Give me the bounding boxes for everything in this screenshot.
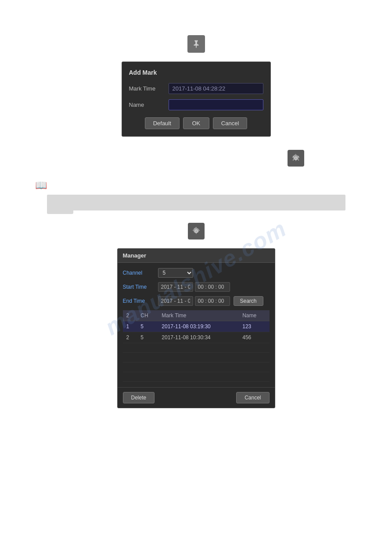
table-row[interactable]: 1 5 2017-11-08 03:19:30 123 (123, 321, 270, 332)
add-mark-dialog-title: Add Mark (129, 69, 263, 76)
channel-label: Channel (123, 270, 158, 276)
info-bar-tab (47, 210, 73, 214)
table-header-index: 2 (123, 310, 137, 321)
table-row[interactable]: 2 5 2017-11-08 10:30:34 456 (123, 332, 270, 343)
table-cell-ch: 5 (137, 332, 158, 343)
gear-icon-1-button[interactable] (288, 150, 304, 167)
name-input[interactable] (169, 99, 263, 110)
marks-table: 2 CH Mark Time Name 1 5 2017-11-08 03:19… (123, 310, 270, 382)
default-button[interactable]: Default (145, 117, 180, 129)
gear-icon-2-button[interactable] (188, 223, 205, 239)
table-cell-marktime: 2017-11-08 03:19:30 (158, 321, 239, 332)
channel-row: Channel 5 (123, 268, 270, 278)
add-mark-dialog-buttons: Default OK Cancel (129, 117, 263, 129)
table-cell-name: 123 (239, 321, 269, 332)
end-time-date-input[interactable] (158, 296, 193, 306)
table-row-empty (123, 372, 270, 382)
pin-icon-row (18, 35, 374, 53)
table-cell-index: 1 (123, 321, 137, 332)
start-time-label: Start Time (123, 284, 158, 290)
start-time-clock-input[interactable] (195, 282, 230, 292)
search-button[interactable]: Search (234, 296, 263, 306)
table-row-empty (123, 343, 270, 353)
table-header-marktime: Mark Time (158, 310, 239, 321)
table-cell-index: 2 (123, 332, 137, 343)
pin-icon-button[interactable] (187, 35, 205, 53)
start-time-date-input[interactable] (158, 282, 193, 292)
manager-cancel-button[interactable]: Cancel (236, 392, 269, 403)
gear-icon-2 (191, 226, 201, 236)
table-row-empty (123, 353, 270, 363)
page-content: Add Mark Mark Time Name Default OK Cance… (0, 0, 392, 426)
mark-time-input[interactable] (169, 83, 263, 94)
pin-icon (191, 39, 201, 49)
end-time-group (158, 296, 230, 306)
delete-button[interactable]: Delete (123, 392, 155, 403)
note-icon-row: 📖 (18, 180, 374, 191)
mark-time-label: Mark Time (129, 85, 169, 92)
gear-icon-1-row (18, 150, 374, 167)
info-bar (47, 195, 345, 210)
table-header-ch: CH (137, 310, 158, 321)
gear-icon-2-row (18, 223, 374, 239)
table-cell-ch: 5 (137, 321, 158, 332)
channel-select[interactable]: 5 (158, 268, 193, 278)
table-header-row: 2 CH Mark Time Name (123, 310, 270, 321)
end-time-clock-input[interactable] (195, 296, 230, 306)
manager-dialog-title: Manager (118, 249, 275, 263)
end-time-row: End Time Search (123, 296, 270, 306)
start-time-group (158, 282, 230, 292)
ok-button[interactable]: OK (183, 117, 209, 129)
note-book-icon: 📖 (35, 180, 47, 191)
table-cell-marktime: 2017-11-08 10:30:34 (158, 332, 239, 343)
cancel-button[interactable]: Cancel (213, 117, 247, 129)
add-mark-dialog: Add Mark Mark Time Name Default OK Cance… (122, 62, 271, 137)
manager-dialog: Manager Channel 5 Start Time End Time (117, 248, 275, 408)
mark-time-row: Mark Time (129, 83, 263, 94)
table-cell-name: 456 (239, 332, 269, 343)
name-label: Name (129, 102, 169, 108)
manager-dialog-body: Channel 5 Start Time End Time (118, 263, 275, 387)
table-header-name: Name (239, 310, 269, 321)
end-time-label: End Time (123, 298, 158, 304)
manager-dialog-footer: Delete Cancel (118, 387, 275, 408)
table-row-empty (123, 363, 270, 372)
name-row: Name (129, 99, 263, 110)
gear-icon-1 (291, 153, 301, 163)
start-time-row: Start Time (123, 282, 270, 292)
